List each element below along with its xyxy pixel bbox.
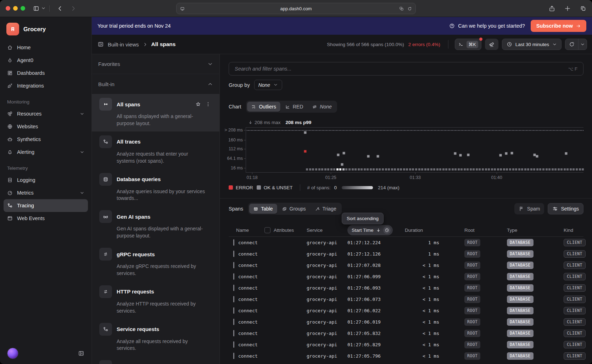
sidebar-item-tracing[interactable]: Tracing xyxy=(4,199,88,212)
browser-back-icon[interactable] xyxy=(57,5,63,12)
chart-plot-area[interactable] xyxy=(246,127,583,173)
density-data-point[interactable] xyxy=(370,168,372,170)
sidebar-item-logging[interactable]: Logging xyxy=(4,174,88,186)
column-name[interactable]: Name xyxy=(236,228,249,233)
density-data-point[interactable] xyxy=(548,168,551,170)
command-palette-button[interactable]: ⌘K xyxy=(455,39,481,50)
density-data-point[interactable] xyxy=(391,168,393,170)
zoom-window-button[interactable] xyxy=(21,6,25,11)
table-row[interactable]: connectgrocery-api01:27:07.028< 1 msROOT… xyxy=(229,259,583,271)
minimize-window-button[interactable] xyxy=(13,6,18,11)
density-data-point[interactable] xyxy=(470,168,472,170)
density-data-point[interactable] xyxy=(348,168,351,170)
density-data-point[interactable] xyxy=(379,168,381,170)
url-bar[interactable]: app.dash0.com xyxy=(176,3,416,14)
table-row[interactable]: connectgrocery-api01:27:06.022< 1 msROOT… xyxy=(229,305,583,316)
density-data-point[interactable] xyxy=(409,168,411,170)
density-data-point[interactable] xyxy=(388,168,390,170)
density-data-point[interactable] xyxy=(448,168,451,170)
builtin-section-header[interactable]: Built-in xyxy=(92,74,219,94)
sidebar-item-web-events[interactable]: Web Events xyxy=(4,212,88,225)
density-data-point[interactable] xyxy=(497,168,499,170)
density-data-point[interactable] xyxy=(494,168,496,170)
density-data-point[interactable] xyxy=(315,168,317,170)
density-data-point[interactable] xyxy=(318,168,320,170)
density-data-point[interactable] xyxy=(403,168,405,170)
view-item-gen-ai-spans[interactable]: Gen AI spansGen AI spans displayed with … xyxy=(92,206,219,244)
column-type[interactable]: Type xyxy=(501,228,558,233)
breadcrumb-parent[interactable]: Built-in views xyxy=(108,41,139,47)
tab-chart-none[interactable]: None xyxy=(308,102,336,112)
density-data-point[interactable] xyxy=(524,168,526,170)
density-data-point[interactable] xyxy=(546,168,548,170)
density-data-point[interactable] xyxy=(467,168,469,170)
ok-data-point[interactable] xyxy=(459,154,462,157)
table-row[interactable]: connectgrocery-api01:27:06.019< 1 msROOT… xyxy=(229,316,583,327)
sidebar-item-agent0[interactable]: Agent0 xyxy=(4,54,88,67)
view-item-http-requests[interactable]: HTTP requestsAnalyze HTTP requests recei… xyxy=(92,281,219,319)
ok-data-point[interactable] xyxy=(499,154,502,157)
density-data-point[interactable] xyxy=(482,168,484,170)
density-data-point[interactable] xyxy=(442,168,445,170)
kebab-menu-icon[interactable] xyxy=(205,101,211,107)
density-data-point[interactable] xyxy=(558,168,560,170)
tab-spans-table[interactable]: Table xyxy=(249,204,277,214)
column-service[interactable]: Service xyxy=(307,228,347,233)
density-data-point[interactable] xyxy=(373,168,375,170)
browser-sidebar-icon[interactable] xyxy=(33,5,39,12)
density-data-point[interactable] xyxy=(339,168,341,170)
column-root[interactable]: Root xyxy=(441,228,501,233)
density-data-point[interactable] xyxy=(364,168,366,170)
density-data-point[interactable] xyxy=(430,168,432,170)
density-data-point[interactable] xyxy=(533,168,535,170)
density-data-point[interactable] xyxy=(479,168,481,170)
density-data-point[interactable] xyxy=(560,168,563,170)
collapse-sidebar-icon[interactable] xyxy=(78,350,84,357)
ok-data-point[interactable] xyxy=(343,152,345,154)
density-data-point[interactable] xyxy=(327,168,329,170)
time-range-picker[interactable]: Last 30 minutes xyxy=(502,39,562,50)
density-data-point[interactable] xyxy=(530,168,532,170)
view-item-grpc-requests[interactable]: gRPC requestsAnalyze gRPC requests recei… xyxy=(92,244,219,281)
collapse-views-panel-icon[interactable] xyxy=(97,41,104,47)
density-data-point[interactable] xyxy=(321,168,323,170)
density-data-point[interactable] xyxy=(400,168,402,170)
density-data-point[interactable] xyxy=(509,168,511,170)
tab-chart-red[interactable]: RED xyxy=(281,102,308,112)
density-data-point[interactable] xyxy=(394,168,396,170)
density-data-point[interactable] xyxy=(424,168,426,170)
density-data-point[interactable] xyxy=(500,168,502,170)
density-data-point[interactable] xyxy=(418,168,420,170)
translate-icon[interactable] xyxy=(399,6,404,11)
sidebar-item-resources[interactable]: Resources xyxy=(4,107,88,120)
view-item-all-spans[interactable]: All spansAll spans displayed with a gene… xyxy=(92,94,219,131)
search-bar[interactable]: ⌥ F xyxy=(229,62,583,75)
density-data-point[interactable] xyxy=(439,168,441,170)
spam-button[interactable]: Spam xyxy=(514,203,544,214)
density-data-point[interactable] xyxy=(412,168,414,170)
sidebar-item-metrics[interactable]: Metrics xyxy=(4,186,88,199)
density-data-point[interactable] xyxy=(385,168,387,170)
subscribe-button[interactable]: Subscribe now xyxy=(531,20,586,32)
density-data-point[interactable] xyxy=(458,168,460,170)
column-kind[interactable]: Kind xyxy=(558,228,583,233)
density-data-point[interactable] xyxy=(306,168,308,170)
density-data-point[interactable] xyxy=(436,168,439,170)
refresh-button[interactable] xyxy=(565,39,578,50)
density-data-point[interactable] xyxy=(506,168,508,170)
column-start-time-sort[interactable]: Start Time xyxy=(347,225,393,235)
density-data-point[interactable] xyxy=(476,168,478,170)
density-data-point[interactable] xyxy=(582,168,584,170)
new-tab-icon[interactable] xyxy=(564,5,571,12)
group-by-select[interactable]: None xyxy=(254,80,282,90)
sidebar-item-synthetics[interactable]: Synthetics xyxy=(4,133,88,146)
density-data-point[interactable] xyxy=(566,168,569,170)
density-data-point[interactable] xyxy=(536,168,538,170)
share-icon[interactable] xyxy=(549,5,555,12)
density-data-point[interactable] xyxy=(521,168,523,170)
sidebar-item-websites[interactable]: Websites xyxy=(4,120,88,133)
close-window-button[interactable] xyxy=(6,6,10,11)
density-data-point[interactable] xyxy=(421,168,423,170)
density-data-point[interactable] xyxy=(539,168,541,170)
time-column-icon[interactable] xyxy=(383,226,391,234)
